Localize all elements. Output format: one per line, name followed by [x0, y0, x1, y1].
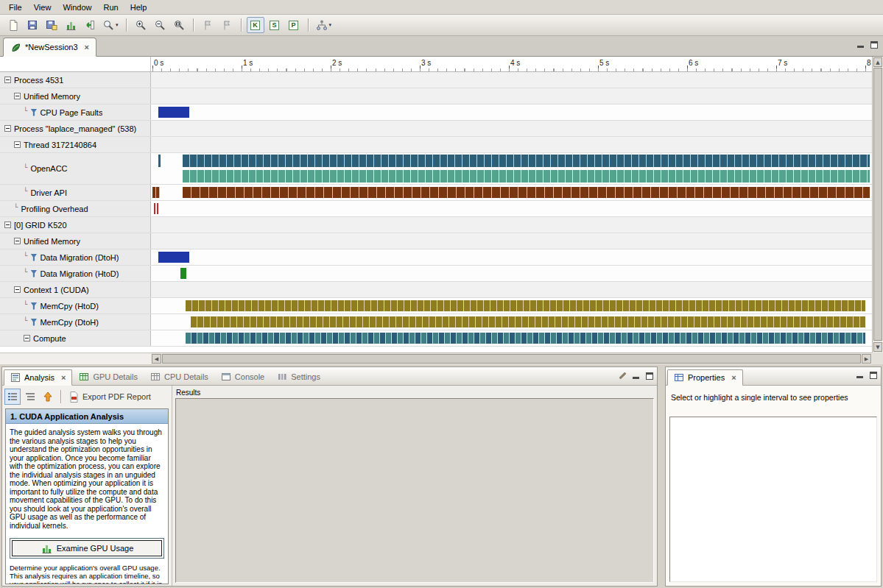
interval-cpu-page-faults[interactable]	[158, 107, 189, 118]
row-track-memcpy-htod[interactable]	[151, 298, 872, 314]
row-track-process-laplace-managed-538[interactable]	[151, 121, 872, 136]
interval-memcpy-dtoh[interactable]	[191, 316, 865, 327]
vertical-scrollbar[interactable]: ▲ ▼	[872, 57, 883, 353]
minimize-icon[interactable]	[857, 41, 865, 49]
tab-cpu-details[interactable]: CPU Details	[144, 369, 214, 385]
scroll-left-button[interactable]: ◀	[152, 354, 161, 364]
vertical-scroll-thumb[interactable]	[873, 68, 882, 341]
row-label-context-1-cuda[interactable]: Context 1 (CUDA)	[0, 282, 151, 297]
close-icon[interactable]: ×	[731, 373, 736, 382]
row-label-memcpy-htod[interactable]: └MemCpy (HtoD)	[0, 298, 151, 314]
row-label-process-4531[interactable]: Process 4531	[0, 72, 151, 88]
search-button[interactable]: ▾	[100, 17, 121, 33]
collapse-icon[interactable]	[4, 125, 11, 132]
row-track-driver-api[interactable]	[151, 185, 872, 200]
horizontal-scrollbar[interactable]: ◀ ▶	[151, 353, 872, 364]
maximize-icon[interactable]	[870, 372, 877, 379]
row-track-thread-3172140864[interactable]	[151, 137, 872, 152]
filter-funnel-icon[interactable]	[30, 302, 37, 310]
interval-openacc[interactable]	[183, 155, 870, 167]
row-label-unified-memory[interactable]: Unified Memory	[0, 233, 151, 249]
filter-funnel-icon[interactable]	[30, 109, 37, 116]
row-track-openacc[interactable]	[151, 153, 872, 184]
interval-compute[interactable]	[186, 333, 865, 344]
row-label-data-migration-dtoh[interactable]: └Data Migration (DtoH)	[0, 249, 151, 265]
tab-analysis[interactable]: Analysis×	[4, 369, 72, 386]
row-track-0-grid-k520[interactable]	[151, 217, 872, 233]
stream-color-toggle-button[interactable]: S	[266, 17, 284, 33]
row-label-data-migration-htod[interactable]: └Data Migration (HtoD)	[0, 266, 151, 281]
row-label-0-grid-k520[interactable]: [0] GRID K520	[0, 217, 151, 233]
interval-openacc[interactable]	[183, 170, 870, 183]
row-track-unified-memory[interactable]	[151, 233, 872, 249]
interval-profiling-overhead[interactable]	[154, 203, 155, 214]
tab-console[interactable]: Console	[215, 369, 270, 385]
row-label-openacc[interactable]: └OpenACC	[0, 153, 151, 184]
save-session-button[interactable]	[24, 17, 41, 33]
scroll-up-button[interactable]: ▲	[873, 57, 882, 67]
collapse-icon[interactable]	[24, 335, 30, 341]
save-session-as-button[interactable]	[43, 17, 60, 33]
timeline-ruler[interactable]: 0 s1 s2 s3 s4 s5 s6 s7 s8	[151, 57, 872, 72]
row-label-profiling-overhead[interactable]: └Profiling Overhead	[0, 201, 151, 216]
interval-data-migration-htod[interactable]	[180, 268, 186, 279]
analysis-up-button[interactable]	[40, 389, 56, 405]
interval-driver-api[interactable]	[152, 187, 160, 198]
scroll-right-button[interactable]: ▶	[862, 354, 871, 364]
interval-openacc[interactable]	[158, 155, 160, 167]
close-icon[interactable]: ×	[61, 373, 66, 382]
menu-run[interactable]: Run	[98, 1, 124, 14]
collapse-icon[interactable]	[4, 77, 11, 83]
tab-settings[interactable]: Settings	[271, 369, 326, 385]
new-session-button[interactable]	[4, 17, 22, 33]
row-label-unified-memory[interactable]: Unified Memory	[0, 88, 151, 104]
import-data-button[interactable]	[81, 17, 99, 33]
collapse-icon[interactable]	[4, 222, 11, 228]
horizontal-scroll-thumb[interactable]	[162, 354, 861, 364]
collapse-icon[interactable]	[14, 93, 21, 99]
examine-gpu-usage-button[interactable]: Examine GPU Usage	[10, 538, 164, 559]
zoom-in-button[interactable]	[132, 17, 149, 33]
row-label-cpu-page-faults[interactable]: └CPU Page Faults	[0, 105, 151, 120]
interval-memcpy-htod[interactable]	[186, 300, 865, 311]
export-pdf-button[interactable]: Export PDF Report	[66, 389, 153, 404]
minimize-icon[interactable]	[633, 372, 640, 380]
menu-window[interactable]: Window	[57, 1, 97, 14]
row-track-unified-memory[interactable]	[151, 88, 872, 104]
row-track-data-migration-dtoh[interactable]	[151, 249, 872, 265]
session-tab[interactable]: *NewSession3 ×	[3, 38, 96, 57]
maximize-icon[interactable]	[646, 372, 653, 380]
interval-driver-api[interactable]	[183, 187, 870, 198]
process-color-toggle-button[interactable]: P	[285, 17, 303, 33]
row-label-compute[interactable]: Compute	[0, 330, 151, 346]
filter-funnel-icon[interactable]	[30, 254, 37, 261]
filter-funnel-icon[interactable]	[30, 319, 37, 326]
row-label-thread-3172140864[interactable]: Thread 3172140864	[0, 137, 151, 152]
collapse-icon[interactable]	[14, 141, 21, 148]
row-track-process-4531[interactable]	[151, 72, 872, 88]
row-label-process-laplace-managed-538[interactable]: Process "laplace_managed" (538)	[0, 121, 151, 136]
kernel-color-toggle-button[interactable]: K	[247, 17, 264, 33]
menu-help[interactable]: Help	[124, 1, 153, 14]
menu-view[interactable]: View	[28, 1, 57, 14]
row-track-context-1-cuda[interactable]	[151, 282, 872, 297]
prev-marker-button[interactable]	[199, 17, 217, 33]
close-icon[interactable]: ×	[85, 43, 89, 52]
collapse-icon[interactable]	[14, 238, 21, 244]
row-track-profiling-overhead[interactable]	[151, 201, 872, 216]
show-profile-chart-button[interactable]	[62, 17, 80, 33]
row-label-memcpy-dtoh[interactable]: └MemCpy (DtoH)	[0, 314, 151, 330]
zoom-out-button[interactable]	[151, 17, 169, 33]
tab-gpu-details[interactable]: GPU Details	[73, 369, 144, 385]
interval-profiling-overhead[interactable]	[157, 203, 158, 214]
row-track-compute[interactable]	[151, 330, 872, 346]
row-track-memcpy-dtoh[interactable]	[151, 314, 872, 330]
zoom-fit-button[interactable]	[170, 17, 188, 33]
interval-data-migration-dtoh[interactable]	[158, 252, 189, 263]
unguided-mode-button[interactable]	[22, 389, 38, 405]
filter-funnel-icon[interactable]	[30, 270, 37, 277]
analysis-flow-button[interactable]: ▾	[314, 17, 334, 33]
scroll-down-button[interactable]: ▼	[873, 342, 882, 352]
collapse-icon[interactable]	[14, 286, 21, 293]
guided-mode-button[interactable]	[4, 389, 21, 405]
